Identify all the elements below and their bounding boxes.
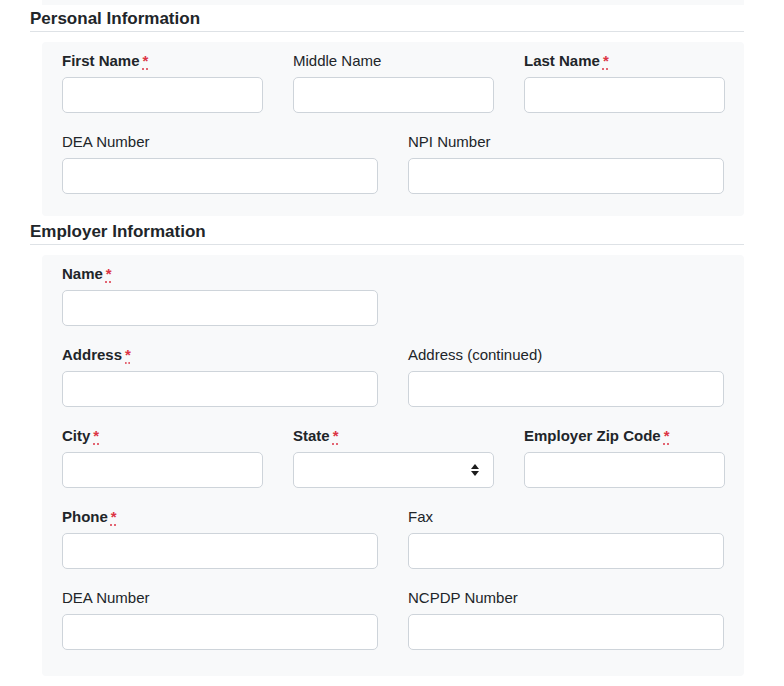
field-employer-dea-number: DEA Number (62, 590, 378, 650)
field-middle-name: Middle Name (293, 53, 494, 113)
npi-number-label: NPI Number (408, 134, 724, 149)
address-continued-input[interactable] (408, 371, 724, 407)
field-dea-number: DEA Number (62, 134, 378, 194)
first-name-label: First Name* (62, 53, 263, 68)
address-label-text: Address (62, 346, 122, 363)
address-row: Address* Address (continued) (62, 347, 724, 407)
required-asterisk: * (106, 265, 112, 282)
section-divider (30, 244, 744, 245)
dea-number-label-text: DEA Number (62, 133, 150, 150)
required-asterisk: * (143, 52, 149, 69)
field-state: State* (293, 428, 494, 488)
employer-information-section: Employer Information Name* Address* Addr… (30, 223, 744, 676)
phone-input[interactable] (62, 533, 378, 569)
employer-zip-code-label-text: Employer Zip Code (524, 427, 661, 444)
npi-number-label-text: NPI Number (408, 133, 491, 150)
ncpdp-number-input[interactable] (408, 614, 724, 650)
address-continued-label: Address (continued) (408, 347, 724, 362)
employer-identifier-row: DEA Number NCPDP Number (62, 590, 724, 650)
employer-name-input[interactable] (62, 290, 378, 326)
phone-label: Phone* (62, 509, 378, 524)
required-asterisk: * (111, 508, 117, 525)
previous-panel-bottom-edge (42, 0, 744, 5)
field-city: City* (62, 428, 263, 488)
city-label-text: City (62, 427, 90, 444)
field-address-continued: Address (continued) (408, 347, 724, 407)
required-asterisk: * (93, 427, 99, 444)
dea-number-label: DEA Number (62, 134, 378, 149)
phone-fax-row: Phone* Fax (62, 509, 724, 569)
fax-input[interactable] (408, 533, 724, 569)
employer-zip-code-input[interactable] (524, 452, 725, 488)
ncpdp-number-label: NCPDP Number (408, 590, 724, 605)
field-first-name: First Name* (62, 53, 263, 113)
identifier-row: DEA Number NPI Number (62, 134, 724, 194)
last-name-label-text: Last Name (524, 52, 600, 69)
field-fax: Fax (408, 509, 724, 569)
required-asterisk: * (664, 427, 670, 444)
fax-label: Fax (408, 509, 724, 524)
fax-label-text: Fax (408, 508, 433, 525)
state-select[interactable] (293, 452, 494, 488)
city-input[interactable] (62, 452, 263, 488)
employer-name-label: Name* (62, 266, 378, 281)
personal-information-title: Personal Information (30, 10, 744, 28)
first-name-label-text: First Name (62, 52, 140, 69)
first-name-input[interactable] (62, 77, 263, 113)
employer-name-row: Name* (62, 266, 724, 326)
dea-number-input[interactable] (62, 158, 378, 194)
npi-number-input[interactable] (408, 158, 724, 194)
employer-dea-number-label-text: DEA Number (62, 589, 150, 606)
required-asterisk: * (333, 427, 339, 444)
state-select-wrap (293, 452, 494, 488)
form-content: Personal Information First Name* Middle … (30, 0, 744, 676)
city-state-zip-row: City* State* Employer Zip Code* (62, 428, 724, 488)
phone-label-text: Phone (62, 508, 108, 525)
name-row: First Name* Middle Name Last Name* (62, 53, 724, 113)
employer-dea-number-label: DEA Number (62, 590, 378, 605)
last-name-label: Last Name* (524, 53, 725, 68)
address-continued-label-text: Address (continued) (408, 346, 542, 363)
field-phone: Phone* (62, 509, 378, 569)
required-asterisk: * (125, 346, 131, 363)
field-employer-zip-code: Employer Zip Code* (524, 428, 725, 488)
field-address: Address* (62, 347, 378, 407)
field-employer-name: Name* (62, 266, 378, 326)
last-name-input[interactable] (524, 77, 725, 113)
employer-dea-number-input[interactable] (62, 614, 378, 650)
state-label-text: State (293, 427, 330, 444)
employer-name-label-text: Name (62, 265, 103, 282)
field-last-name: Last Name* (524, 53, 725, 113)
city-label: City* (62, 428, 263, 443)
required-asterisk: * (603, 52, 609, 69)
middle-name-label: Middle Name (293, 53, 494, 68)
personal-information-panel: First Name* Middle Name Last Name* DEA N… (42, 42, 744, 216)
middle-name-input[interactable] (293, 77, 494, 113)
section-divider (30, 31, 744, 32)
address-label: Address* (62, 347, 378, 362)
middle-name-label-text: Middle Name (293, 52, 381, 69)
personal-information-section: Personal Information First Name* Middle … (30, 10, 744, 216)
employer-zip-code-label: Employer Zip Code* (524, 428, 725, 443)
employer-information-title: Employer Information (30, 223, 744, 241)
field-ncpdp-number: NCPDP Number (408, 590, 724, 650)
field-npi-number: NPI Number (408, 134, 724, 194)
ncpdp-number-label-text: NCPDP Number (408, 589, 518, 606)
address-input[interactable] (62, 371, 378, 407)
employer-information-panel: Name* Address* Address (continued) City* (42, 255, 744, 676)
state-label: State* (293, 428, 494, 443)
